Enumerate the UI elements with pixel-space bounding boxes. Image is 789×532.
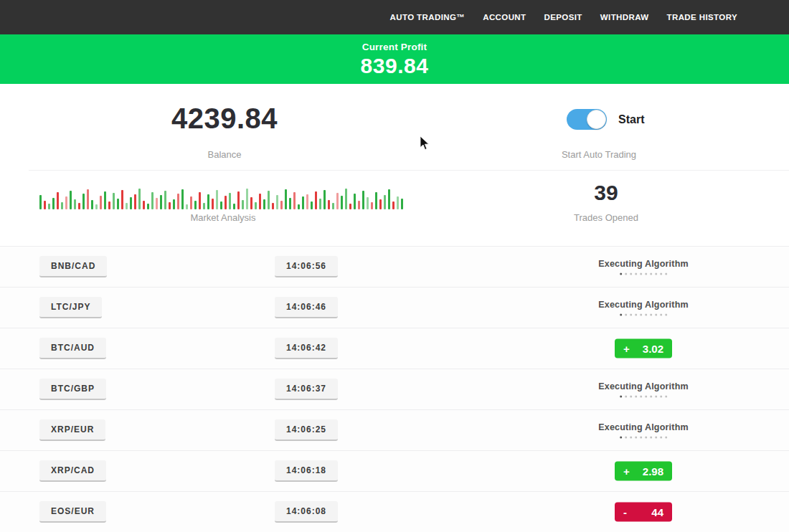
time-chip[interactable]: 14:06:46 <box>275 297 338 318</box>
pair-chip[interactable]: XRP/CAD <box>39 460 106 482</box>
dot-icon <box>625 437 627 439</box>
pair-chip[interactable]: XRP/EUR <box>39 419 105 441</box>
dot-icon <box>665 314 667 316</box>
start-auto-trading-label: Start Auto Trading <box>513 149 685 160</box>
market-bar <box>384 195 386 209</box>
pair-chip[interactable]: BNB/CAD <box>39 256 107 277</box>
trade-row: BTC/AUD 14:06:42 +3.02 <box>0 328 789 369</box>
market-bar <box>70 191 72 209</box>
market-bar <box>65 196 67 209</box>
market-bar <box>160 195 162 209</box>
dot-icon <box>635 314 637 316</box>
balance-value: 4239.84 <box>74 103 375 135</box>
market-bar <box>74 199 76 209</box>
trade-row: LTC/JPY 14:06:46 Executing Algorithm <box>0 287 789 328</box>
market-bar <box>268 191 270 209</box>
market-bar <box>48 204 50 209</box>
nav-item-withdraw[interactable]: WITHDRAW <box>600 13 649 22</box>
badge-sign: + <box>623 343 630 355</box>
dot-icon <box>630 273 632 275</box>
loss-badge: -44 <box>615 503 672 522</box>
time-chip[interactable]: 14:06:56 <box>275 256 338 277</box>
market-bar <box>229 193 231 209</box>
trade-status-cell: -44 <box>615 503 672 522</box>
market-bar <box>323 190 326 209</box>
market-bar <box>186 204 188 209</box>
nav-item-auto-trading[interactable]: AUTO TRADING™ <box>390 13 466 22</box>
dot-icon <box>635 396 637 398</box>
market-bar <box>181 189 184 209</box>
market-bar <box>336 193 339 209</box>
trade-row: BNB/CAD 14:06:56 Executing Algorithm <box>0 246 789 287</box>
nav-item-trade-history[interactable]: TRADE HISTORY <box>667 13 738 22</box>
market-bar <box>134 194 136 209</box>
dot-icon <box>625 314 627 316</box>
dot-icon <box>645 273 647 275</box>
toggle-start-label: Start <box>618 113 644 126</box>
toggle-knob-icon <box>587 110 606 129</box>
market-bar <box>289 198 291 209</box>
trade-status-cell: Executing Algorithm <box>598 422 689 439</box>
dot-icon <box>660 314 662 316</box>
executing-algorithm-label: Executing Algorithm <box>598 381 689 391</box>
trade-status-cell: +3.02 <box>615 339 672 358</box>
market-bar <box>173 199 175 209</box>
trades-list: BNB/CAD 14:06:56 Executing Algorithm LTC… <box>0 246 789 532</box>
trade-status-cell: +2.98 <box>615 462 672 481</box>
pair-chip[interactable]: EOS/EUR <box>39 501 106 523</box>
auto-trading-app: AUTO TRADING™ACCOUNTDEPOSITWITHDRAWTRADE… <box>0 0 789 532</box>
market-bar <box>263 199 265 209</box>
market-bar <box>362 191 364 209</box>
market-bar <box>100 196 102 209</box>
dot-icon <box>630 396 632 398</box>
market-bar <box>194 201 197 209</box>
market-bar <box>52 198 55 209</box>
pair-chip[interactable]: LTC/JPY <box>39 297 102 318</box>
dot-icon <box>640 273 642 275</box>
dot-icon <box>620 437 622 439</box>
market-bar <box>147 204 149 209</box>
market-bar <box>285 189 287 209</box>
executing-algorithm-label: Executing Algorithm <box>598 422 689 432</box>
market-bar <box>164 191 166 209</box>
time-chip[interactable]: 14:06:18 <box>275 460 338 482</box>
market-bar <box>87 189 89 209</box>
market-analysis-chart <box>39 185 407 209</box>
time-chip[interactable]: 14:06:37 <box>275 379 338 400</box>
time-chip[interactable]: 14:06:25 <box>275 419 338 441</box>
market-bar <box>237 191 240 209</box>
executing-algorithm-label: Executing Algorithm <box>598 259 689 269</box>
market-bar <box>354 194 356 209</box>
market-bar <box>233 204 235 209</box>
market-bar <box>177 194 179 209</box>
nav-item-deposit[interactable]: DEPOSIT <box>544 13 582 22</box>
trade-row: EOS/EUR 14:06:08 -44 <box>0 491 789 532</box>
market-bar <box>143 201 145 209</box>
dot-icon <box>650 396 652 398</box>
market-bar <box>212 199 214 209</box>
trade-status-cell: Executing Algorithm <box>598 381 689 398</box>
dot-icon <box>625 396 627 398</box>
trade-row: XRP/CAD 14:06:18 +2.98 <box>0 450 789 491</box>
market-bar <box>276 195 278 209</box>
market-bar <box>104 191 106 209</box>
nav-item-account[interactable]: ACCOUNT <box>483 13 526 22</box>
dot-icon <box>655 273 657 275</box>
time-chip[interactable]: 14:06:08 <box>275 501 338 523</box>
market-bar <box>108 201 110 209</box>
pair-chip[interactable]: BTC/GBP <box>39 379 106 400</box>
market-bar <box>130 197 132 209</box>
dot-icon <box>655 396 657 398</box>
market-bar <box>151 192 153 209</box>
market-bar <box>358 201 360 209</box>
time-chip[interactable]: 14:06:42 <box>275 338 338 359</box>
auto-trading-toggle[interactable] <box>567 109 607 130</box>
market-bar <box>272 203 274 209</box>
badge-sign: + <box>623 465 630 478</box>
dot-icon <box>650 437 652 439</box>
dot-icon <box>620 314 622 316</box>
dot-icon <box>660 437 662 439</box>
dot-icon <box>630 437 632 439</box>
market-bar <box>246 189 248 209</box>
pair-chip[interactable]: BTC/AUD <box>39 338 106 359</box>
